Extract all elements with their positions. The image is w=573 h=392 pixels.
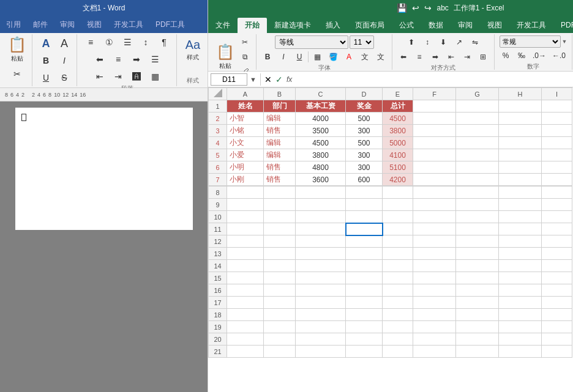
cell-I19[interactable] xyxy=(542,321,572,333)
col-header-A[interactable]: A xyxy=(227,88,264,100)
cell-F8[interactable] xyxy=(413,187,456,199)
word-numbering-button[interactable]: ① xyxy=(100,34,118,50)
word-align-right-button[interactable]: ➡ xyxy=(128,51,145,67)
excel-formula-input[interactable] xyxy=(294,73,573,86)
cell-H3[interactable] xyxy=(499,125,542,137)
cell-E13[interactable] xyxy=(383,248,413,260)
cell-G15[interactable] xyxy=(456,272,499,284)
cell-A15[interactable] xyxy=(227,272,264,284)
cell-F2[interactable] xyxy=(413,113,456,125)
cell-B16[interactable] xyxy=(264,284,296,297)
row-num-3[interactable]: 3 xyxy=(209,125,227,137)
cell-H11[interactable] xyxy=(499,223,542,235)
cell-B18[interactable] xyxy=(264,309,296,321)
cell-B19[interactable] xyxy=(264,321,296,333)
col-header-F[interactable]: F xyxy=(413,88,456,100)
cell-F17[interactable] xyxy=(413,297,456,309)
cell-G1[interactable] xyxy=(456,100,499,113)
cell-C4[interactable]: 4500 xyxy=(296,137,346,149)
excel-decimal-dec-button[interactable]: ←.0 xyxy=(550,49,568,62)
excel-tab-shuju[interactable]: 数据 xyxy=(421,18,451,33)
cell-A3[interactable]: 小铭 xyxy=(227,125,264,137)
cell-I16[interactable] xyxy=(542,284,572,297)
row-num-1[interactable]: 1 xyxy=(209,100,227,113)
row-num-4[interactable]: 4 xyxy=(209,137,227,149)
word-underline-button[interactable]: U xyxy=(37,70,54,86)
cell-G11[interactable] xyxy=(456,223,499,235)
cell-E17[interactable] xyxy=(383,297,413,309)
row-num-17[interactable]: 17 xyxy=(209,297,227,309)
cell-B8[interactable] xyxy=(264,187,296,199)
cell-B7[interactable]: 销售 xyxy=(264,174,296,186)
word-align-left-button[interactable]: ⬅ xyxy=(91,51,108,67)
excel-middle-align-button[interactable]: ↕ xyxy=(420,35,435,49)
cell-C21[interactable] xyxy=(296,346,346,358)
excel-font-select[interactable]: 等线 xyxy=(275,35,348,49)
cell-E18[interactable] xyxy=(383,309,413,321)
cell-D11[interactable] xyxy=(346,223,383,235)
cell-C11[interactable] xyxy=(296,223,346,235)
cell-D21[interactable] xyxy=(346,346,383,358)
excel-tab-kaishi[interactable]: 开始 xyxy=(238,18,267,33)
formula-fx-icon[interactable]: fx xyxy=(286,75,292,84)
cell-F19[interactable] xyxy=(413,321,456,333)
excel-paste-button[interactable]: 📋 粘贴 xyxy=(214,42,236,72)
cell-E16[interactable] xyxy=(383,284,413,297)
word-tab-youjian[interactable]: 邮件 xyxy=(27,16,54,33)
cell-B17[interactable] xyxy=(264,297,296,309)
excel-border-button[interactable]: ▦ xyxy=(310,50,324,64)
cell-B9[interactable] xyxy=(264,199,296,211)
cell-I8[interactable] xyxy=(542,187,572,199)
excel-bottom-align-button[interactable]: ⬇ xyxy=(436,35,451,49)
cell-G13[interactable] xyxy=(456,248,499,260)
cell-A20[interactable] xyxy=(227,333,264,346)
cell-B11[interactable] xyxy=(264,223,296,235)
excel-redo-icon[interactable]: ↪ xyxy=(424,3,432,13)
excel-save-icon[interactable]: 💾 xyxy=(397,3,407,13)
cell-H16[interactable] xyxy=(499,284,542,297)
cell-I17[interactable] xyxy=(542,297,572,309)
cell-H13[interactable] xyxy=(499,248,542,260)
excel-numformat-select[interactable]: 常规 xyxy=(500,35,561,48)
cell-B14[interactable] xyxy=(264,260,296,272)
row-num-14[interactable]: 14 xyxy=(209,260,227,272)
excel-tab-wenjian[interactable]: 文件 xyxy=(208,18,238,33)
cell-I6[interactable] xyxy=(542,161,572,174)
cell-D10[interactable] xyxy=(346,211,383,223)
cell-F4[interactable] xyxy=(413,137,456,149)
cell-H4[interactable] xyxy=(499,137,542,149)
cell-B1[interactable]: 部门 xyxy=(264,100,296,113)
cell-F16[interactable] xyxy=(413,284,456,297)
excel-tab-shitu[interactable]: 视图 xyxy=(480,18,509,33)
cell-H10[interactable] xyxy=(499,211,542,223)
excel-tab-xinjian[interactable]: 新建选项卡 xyxy=(267,18,318,33)
cell-D12[interactable] xyxy=(346,235,383,248)
word-align-center-button[interactable]: ≡ xyxy=(110,51,127,67)
excel-tab-kaifa[interactable]: 开发工具 xyxy=(509,18,553,33)
cell-A5[interactable]: 小爱 xyxy=(227,149,264,161)
cell-G6[interactable] xyxy=(456,161,499,174)
col-header-I[interactable]: I xyxy=(542,88,572,100)
cell-B4[interactable]: 编辑 xyxy=(264,137,296,149)
cell-E8[interactable] xyxy=(383,187,413,199)
word-strikethrough-button[interactable]: S xyxy=(56,70,73,86)
word-paste-button[interactable]: 📋 粘贴 xyxy=(6,34,28,65)
formula-expand-icon[interactable]: ▼ xyxy=(250,76,257,83)
word-font-icon[interactable]: A xyxy=(37,35,54,51)
cell-C2[interactable]: 4000 xyxy=(296,113,346,125)
row-num-16[interactable]: 16 xyxy=(209,284,227,297)
cell-A6[interactable]: 小明 xyxy=(227,161,264,174)
cell-B21[interactable] xyxy=(264,346,296,358)
excel-thousand-button[interactable]: ‰ xyxy=(514,49,529,62)
word-bold-button[interactable]: B xyxy=(37,53,54,68)
cell-D13[interactable] xyxy=(346,248,383,260)
cell-E1[interactable]: 总计 xyxy=(383,100,413,113)
cell-H9[interactable] xyxy=(499,199,542,211)
cell-G9[interactable] xyxy=(456,199,499,211)
cell-I18[interactable] xyxy=(542,309,572,321)
excel-tab-gongshi[interactable]: 公式 xyxy=(392,18,421,33)
cell-H17[interactable] xyxy=(499,297,542,309)
cell-I1[interactable] xyxy=(542,100,572,113)
cell-G10[interactable] xyxy=(456,211,499,223)
excel-wenfont-button[interactable]: 文 xyxy=(358,50,372,64)
